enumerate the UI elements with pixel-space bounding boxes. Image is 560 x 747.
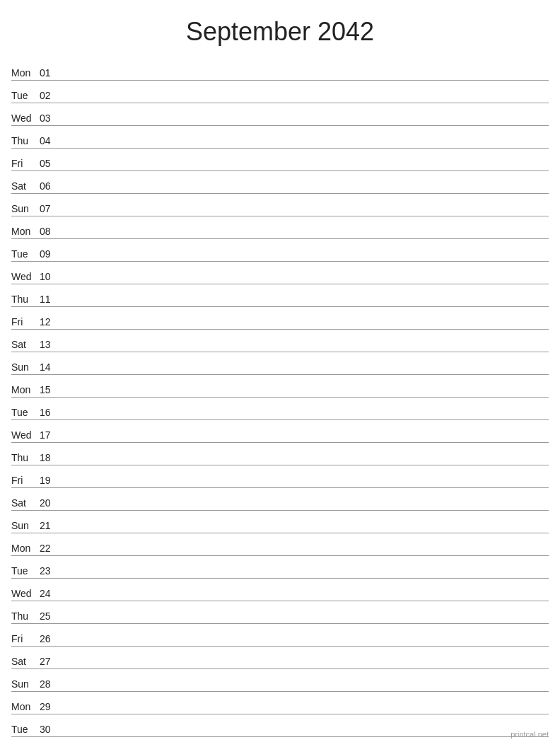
- day-number: 30: [40, 724, 61, 735]
- day-name: Wed: [11, 112, 40, 124]
- day-number: 15: [40, 384, 61, 395]
- day-number: 29: [40, 701, 61, 712]
- day-name: Tue: [11, 90, 40, 101]
- day-line: [61, 191, 549, 192]
- day-name: Fri: [11, 633, 40, 644]
- day-name: Fri: [11, 158, 40, 169]
- day-line: [61, 644, 549, 644]
- calendar-row: Tue30: [11, 714, 549, 737]
- calendar-row: Mon15: [11, 375, 549, 398]
- calendar-row: Thu25: [11, 601, 549, 624]
- calendar-row: Wed17: [11, 420, 549, 443]
- day-number: 03: [40, 112, 61, 124]
- calendar-row: Sun14: [11, 352, 549, 375]
- day-number: 16: [40, 407, 61, 418]
- day-line: [61, 417, 549, 418]
- day-name: Tue: [11, 724, 40, 735]
- page-title: September 2042: [0, 0, 560, 58]
- day-name: Mon: [11, 226, 40, 237]
- day-line: [61, 508, 549, 509]
- day-number: 25: [40, 610, 61, 622]
- calendar-row: Mon22: [11, 533, 549, 556]
- watermark: printcal.net: [511, 730, 549, 739]
- calendar-row: Sat27: [11, 647, 549, 669]
- day-name: Thu: [11, 294, 40, 305]
- calendar-container: Mon01Tue02Wed03Thu04Fri05Sat06Sun07Mon08…: [0, 58, 560, 737]
- calendar-row: Thu18: [11, 443, 549, 465]
- day-number: 20: [40, 497, 61, 509]
- day-line: [61, 236, 549, 237]
- calendar-row: Mon01: [11, 58, 549, 81]
- day-number: 10: [40, 271, 61, 282]
- calendar-row: Wed10: [11, 262, 549, 284]
- calendar-row: Sun28: [11, 669, 549, 692]
- calendar-row: Wed24: [11, 579, 549, 601]
- day-line: [61, 146, 549, 146]
- day-line: [61, 349, 549, 350]
- day-line: [61, 576, 549, 577]
- day-line: [61, 78, 549, 79]
- day-number: 04: [40, 135, 61, 146]
- day-number: 05: [40, 158, 61, 169]
- day-number: 22: [40, 543, 61, 554]
- day-line: [61, 553, 549, 554]
- day-number: 09: [40, 248, 61, 260]
- day-line: [61, 598, 549, 599]
- calendar-row: Sat06: [11, 171, 549, 194]
- day-name: Sun: [11, 203, 40, 214]
- day-number: 19: [40, 475, 61, 486]
- day-name: Sat: [11, 497, 40, 509]
- day-name: Mon: [11, 384, 40, 395]
- day-number: 24: [40, 588, 61, 599]
- day-number: 13: [40, 339, 61, 350]
- day-line: [61, 463, 549, 463]
- day-number: 17: [40, 429, 61, 441]
- day-line: [61, 282, 549, 282]
- calendar-row: Thu04: [11, 126, 549, 149]
- day-line: [61, 259, 549, 260]
- day-name: Sun: [11, 361, 40, 373]
- day-number: 28: [40, 678, 61, 690]
- day-line: [61, 689, 549, 690]
- day-name: Wed: [11, 271, 40, 282]
- calendar-row: Sun07: [11, 194, 549, 216]
- day-line: [61, 214, 549, 214]
- day-number: 14: [40, 361, 61, 373]
- day-name: Sat: [11, 339, 40, 350]
- day-number: 27: [40, 656, 61, 667]
- day-number: 26: [40, 633, 61, 644]
- day-line: [61, 395, 549, 395]
- calendar-row: Mon29: [11, 692, 549, 714]
- day-line: [61, 100, 549, 101]
- day-number: 11: [40, 294, 61, 305]
- day-line: [61, 304, 549, 305]
- day-line: [61, 734, 549, 735]
- day-number: 18: [40, 452, 61, 463]
- day-line: [61, 372, 549, 373]
- calendar-row: Fri12: [11, 307, 549, 330]
- day-name: Tue: [11, 248, 40, 260]
- calendar-row: Sat13: [11, 330, 549, 352]
- day-name: Mon: [11, 543, 40, 554]
- day-name: Thu: [11, 610, 40, 622]
- day-name: Thu: [11, 452, 40, 463]
- day-name: Tue: [11, 565, 40, 577]
- day-name: Sat: [11, 180, 40, 192]
- day-line: [61, 327, 549, 328]
- day-line: [61, 621, 549, 622]
- day-name: Mon: [11, 701, 40, 712]
- day-name: Tue: [11, 407, 40, 418]
- calendar-row: Tue23: [11, 556, 549, 579]
- day-number: 23: [40, 565, 61, 577]
- day-line: [61, 666, 549, 667]
- calendar-row: Wed03: [11, 103, 549, 126]
- calendar-row: Fri19: [11, 465, 549, 488]
- day-name: Thu: [11, 135, 40, 146]
- calendar-row: Mon08: [11, 216, 549, 239]
- day-number: 12: [40, 316, 61, 328]
- calendar-row: Sat20: [11, 488, 549, 511]
- calendar-row: Tue16: [11, 398, 549, 420]
- day-name: Mon: [11, 67, 40, 79]
- calendar-row: Thu11: [11, 284, 549, 307]
- day-number: 02: [40, 90, 61, 101]
